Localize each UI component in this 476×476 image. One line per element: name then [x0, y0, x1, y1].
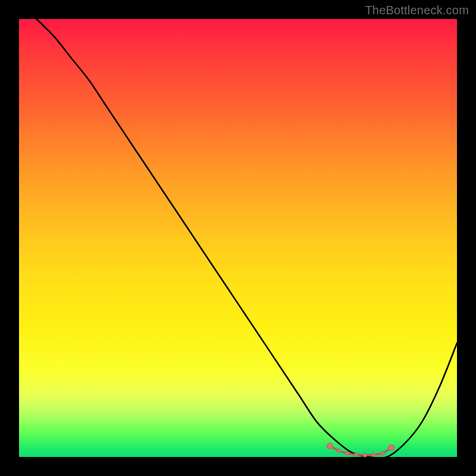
optimal-range-dot: [381, 452, 384, 455]
plot-area: [19, 19, 457, 457]
optimal-range-dot: [372, 453, 375, 456]
bottleneck-curve: [36, 19, 457, 458]
optimal-range-dot: [388, 444, 394, 450]
optimal-range-markers: [327, 443, 394, 457]
chart-frame: TheBottleneck.com: [0, 0, 476, 476]
chart-svg: [19, 19, 457, 457]
optimal-range-dot: [337, 449, 340, 452]
optimal-range-dot: [355, 453, 358, 456]
attribution-text: TheBottleneck.com: [365, 4, 469, 17]
optimal-range-dot: [346, 452, 349, 455]
optimal-range-dot: [363, 453, 367, 457]
optimal-range-dot: [327, 443, 333, 449]
